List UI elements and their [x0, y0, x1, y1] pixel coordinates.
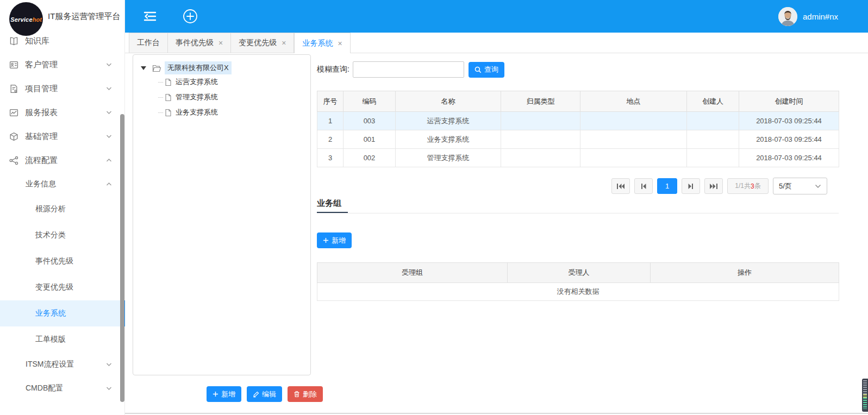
sidebar-item-label: 变更优先级	[35, 282, 73, 292]
cell: 业务支撑系统	[396, 130, 501, 149]
file-icon	[165, 93, 172, 102]
button-label: 查询	[484, 65, 498, 74]
col-code: 编码	[344, 91, 396, 112]
cell	[687, 130, 739, 149]
tab-label: 业务系统	[302, 39, 333, 48]
col-location: 地点	[580, 91, 687, 112]
sidebar-item-itsm-process[interactable]: ITSM流程设置	[0, 353, 125, 376]
business-group-title: 业务组	[317, 198, 341, 209]
book-icon	[9, 36, 18, 46]
sidebar-item-basic-mgmt[interactable]: 基础管理	[0, 124, 125, 148]
button-label: 编辑	[262, 389, 276, 399]
tree-node[interactable]: 管理支撑系统	[133, 90, 310, 105]
chevron-down-icon	[106, 110, 112, 115]
meter-gray-segment	[863, 380, 867, 394]
page-size-select[interactable]: 5/页	[773, 178, 827, 194]
button-label: 新增	[221, 389, 235, 399]
cell: 2	[317, 130, 344, 149]
col-creator: 创建人	[687, 91, 739, 112]
logo-text-service: Service	[10, 16, 33, 23]
tab-incident-priority[interactable]: 事件优先级 ×	[168, 33, 231, 53]
menu-fold-icon[interactable]	[142, 10, 158, 23]
cell	[580, 130, 687, 149]
sidebar-item-business-info[interactable]: 业务信息	[0, 172, 125, 196]
systems-table: 序号 编码 名称 归属类型 地点 创建人 创建时间 1 003 运营支撑系统 2…	[317, 91, 839, 167]
tree-root-row[interactable]: 无限科技有限公司X	[133, 61, 310, 74]
sidebar-scrollbar[interactable]	[120, 114, 124, 402]
tab-close-icon[interactable]: ×	[218, 39, 223, 47]
horizontal-scrollbar-track	[72, 413, 868, 414]
group-table: 受理组 受理人 操作 没有相关数据	[317, 262, 839, 301]
cell	[501, 149, 580, 167]
tree-edit-button[interactable]: 编辑	[247, 386, 282, 402]
sidebar-item-service-report[interactable]: 服务报表	[0, 100, 125, 124]
sidebar-item-project-mgmt[interactable]: 项目管理	[0, 77, 125, 100]
cell: 001	[344, 130, 396, 149]
project-doc-icon	[9, 84, 18, 93]
sidebar-item-label: 知识库	[25, 36, 49, 46]
sidebar-item-label: 项目管理	[25, 84, 58, 94]
cell	[580, 149, 687, 167]
sidebar-item-ticket-template[interactable]: 工单模版	[0, 326, 125, 353]
col-type: 归属类型	[501, 91, 580, 112]
sidebar: Servicehot IT服务运营管理平台 知识库 客户管理	[0, 0, 125, 415]
tree-delete-button[interactable]: 删除	[288, 386, 323, 402]
tree-caret-icon[interactable]	[141, 66, 146, 70]
search-label: 模糊查询:	[317, 65, 349, 74]
col-accept-group: 受理组	[317, 263, 508, 283]
tab-close-icon[interactable]: ×	[282, 39, 286, 47]
sidebar-item-process-config[interactable]: 流程配置	[0, 148, 125, 172]
sidebar-item-incident-priority[interactable]: 事件优先级	[0, 248, 125, 274]
table-row[interactable]: 2 001 业务支撑系统 2018-07-03 09:25:44	[317, 130, 839, 149]
tab-label: 事件优先级	[176, 38, 214, 48]
pager-last-button[interactable]	[704, 178, 723, 194]
table-row[interactable]: 1 003 运营支撑系统 2018-07-03 09:25:44	[317, 112, 839, 130]
tree-connector	[158, 82, 163, 83]
tab-business-system[interactable]: 业务系统 ×	[294, 33, 350, 53]
sidebar-item-business-system[interactable]: 业务系统	[0, 300, 125, 326]
tree-node-label[interactable]: 运营支撑系统	[176, 77, 218, 87]
chevron-down-icon	[106, 386, 112, 391]
tab-label: 工作台	[137, 38, 160, 48]
tree-root-label[interactable]: 无限科技有限公司X	[165, 61, 232, 74]
table-row[interactable]: 3 002 管理支撑系统 2018-07-03 09:25:44	[317, 149, 839, 167]
tree-add-button[interactable]: 新增	[207, 386, 241, 402]
sidebar-item-label: ITSM流程设置	[26, 360, 74, 369]
sidebar-item-customer-mgmt[interactable]: 客户管理	[0, 53, 125, 77]
share-nodes-icon	[9, 156, 18, 165]
pager-first-button[interactable]	[611, 178, 630, 194]
add-tab-icon[interactable]	[183, 9, 198, 24]
tab-workbench[interactable]: 工作台	[129, 33, 168, 53]
search-input[interactable]	[353, 61, 464, 78]
cube-icon	[9, 132, 18, 141]
pager-record-info: 1/1共3条	[727, 178, 769, 194]
user-menu[interactable]: admin#nx	[778, 7, 838, 26]
sidebar-item-label: 基础管理	[25, 131, 58, 142]
pagination: 1 1/1共3条 5/页	[611, 178, 827, 194]
sidebar-item-change-priority[interactable]: 变更优先级	[0, 274, 125, 300]
group-add-button[interactable]: 新增	[317, 232, 352, 248]
meter-green-segment	[863, 398, 867, 409]
tree-node[interactable]: 业务支撑系统	[133, 105, 310, 120]
sidebar-item-label: 流程配置	[25, 155, 58, 166]
tab-label: 变更优先级	[239, 38, 277, 48]
sidebar-item-root-cause[interactable]: 根源分析	[0, 196, 125, 222]
cell	[501, 112, 580, 130]
tree-node[interactable]: 运营支撑系统	[133, 74, 310, 90]
cell: 002	[344, 149, 396, 167]
cell: 2018-07-03 09:25:44	[739, 112, 839, 130]
pager-current-page[interactable]: 1	[657, 178, 677, 194]
pager-next-button[interactable]	[682, 178, 700, 194]
section-divider	[317, 213, 839, 213]
sidebar-item-label: 业务系统	[35, 309, 66, 318]
tree-node-label[interactable]: 管理支撑系统	[176, 92, 218, 102]
tab-change-priority[interactable]: 变更优先级 ×	[231, 33, 294, 53]
tree-node-label[interactable]: 业务支撑系统	[176, 108, 218, 117]
sidebar-item-tech-category[interactable]: 技术分类	[0, 222, 125, 248]
search-button[interactable]: 查询	[469, 62, 504, 78]
tab-close-icon[interactable]: ×	[338, 39, 342, 48]
sidebar-item-cmdb-config[interactable]: CMDB配置	[0, 376, 125, 400]
pager-prev-button[interactable]	[634, 178, 653, 194]
chart-icon	[9, 108, 18, 117]
cell	[687, 149, 739, 167]
